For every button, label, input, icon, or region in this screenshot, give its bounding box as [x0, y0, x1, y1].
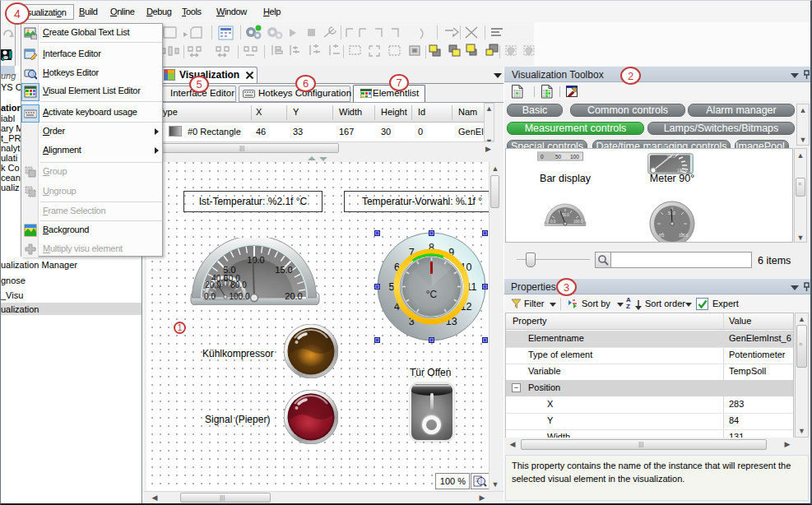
svg-text:100.0: 100.0 [573, 220, 583, 224]
svg-text:100.0: 100.0 [229, 292, 249, 301]
svg-text:50: 50 [555, 154, 562, 160]
svg-text:15.0: 15.0 [275, 265, 292, 275]
svg-text:20.0: 20.0 [285, 291, 302, 301]
svg-text:0: 0 [541, 154, 544, 160]
svg-text:0.0: 0.0 [204, 292, 216, 301]
svg-text:100: 100 [570, 154, 579, 160]
svg-text:0.0: 0.0 [659, 234, 665, 238]
svg-text:100.0: 100.0 [679, 234, 689, 238]
svg-text:5: 5 [389, 281, 395, 293]
svg-text:50.0: 50.0 [562, 213, 569, 217]
svg-text:10.0: 10.0 [247, 255, 264, 265]
svg-text:0.0: 0.0 [550, 220, 556, 224]
svg-text:°C: °C [426, 289, 438, 300]
svg-text:80.0: 80.0 [230, 280, 247, 290]
